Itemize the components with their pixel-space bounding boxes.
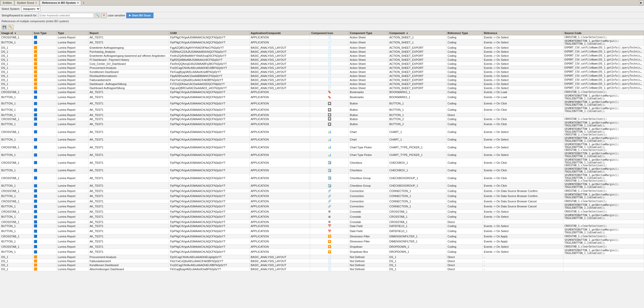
table-cell: BUTTON_1 — [0, 183, 33, 189]
tab-system-scout[interactable]: System Scout ✕ — [15, 0, 39, 5]
col-component-icon[interactable]: Component Icon — [310, 31, 349, 35]
table-cell: APPLICATION — [249, 100, 310, 107]
table-cell: Coding — [446, 203, 483, 210]
table-row[interactable]: DS_1🟧Lumira ReportCost_Center_GV_Dashboa… — [0, 62, 644, 66]
table-cell: Events -> On Select — [483, 143, 563, 152]
table-cell: APPLICATION — [249, 238, 310, 245]
table-row[interactable]: DS_1🟧Lumira ReportFakturaiebersichtFksrY… — [0, 78, 644, 82]
table-row[interactable]: DS_1🟧Lumira ReportProcurement AnalysisFn… — [0, 66, 644, 70]
table-row[interactable]: BUTTON_1🟦Lumira ReportAK_TEST1FjsPNgC4Vg… — [0, 136, 644, 143]
table-row[interactable]: BUTTON_1🟦Lumira ReportAK_TEST1FjsPNgC4Vg… — [0, 94, 644, 100]
search-input[interactable] — [38, 13, 94, 18]
table-cell: FksrYwCoQ6sA81cAAACK4k0BFN2p0zYT — [169, 259, 250, 263]
table-row[interactable]: CROSSTAB_1🟦Lumira ReportAK_TEST1FjsPNgC4… — [0, 90, 644, 94]
table-row[interactable]: BUTTON_1🟦Lumira ReportAK_TEST1FjsPNgC4Vg… — [0, 121, 644, 127]
table-row[interactable]: BUTTON_1🟦Lumira ReportAK_TEST1FjsPNgC4Vg… — [0, 100, 644, 107]
search-clear-button[interactable]: ✕ — [101, 13, 107, 18]
table-row[interactable]: BUTTON_1🟦Lumira ReportAK_TEST1FjsPNgC4Vg… — [0, 203, 644, 210]
table-cell: - — [483, 263, 563, 267]
table-row[interactable]: CROSSTAB_1🟦Lumira ReportAK_TEST1FjsPNgC4… — [0, 174, 644, 183]
tab-system-scout-close[interactable]: ✕ — [35, 2, 37, 4]
table-cell: Events -> On Select — [483, 35, 563, 39]
table-row[interactable]: DS_1🟧Lumira ReportKonditionen DashboardF… — [0, 263, 644, 267]
system-select[interactable]: btaapserv — [21, 6, 40, 11]
table-row[interactable]: DS_1🟧Lumira ReportDashboard Auftragserfü… — [0, 86, 644, 90]
table-cell: FnzDCagCNVAcA81cAAADHEU0BFN2p0zYT — [169, 263, 250, 267]
table-cell: Coding — [446, 82, 483, 86]
table-row[interactable]: CROSSTAB_1🟦Lumira ReportAK_TEST1FjsPNgC4… — [0, 189, 644, 193]
table-row[interactable]: CROSSTAB_1🟦Lumira ReportAK_TEST1FjsPNgC4… — [0, 199, 644, 203]
col-usage-of[interactable]: Usage of ▼ — [0, 31, 33, 35]
table-row[interactable]: CROSSTAB_1🟦Lumira ReportAK_TEST1FjsPNgC4… — [0, 234, 644, 238]
table-cell: Button — [349, 107, 388, 113]
table-cell: Lumira Report — [57, 86, 88, 90]
table-cell: FjsPNgC4VgoAJGMAAAChLNQCFN2p0zYT — [169, 220, 250, 224]
table-cell: BUTTON_1 — [0, 152, 33, 158]
col-cuid[interactable]: CUID — [169, 31, 250, 35]
table-row[interactable]: CROSSTAB_1🟦Lumira ReportAK_TEST1FjsPNgC4… — [0, 220, 644, 224]
table-cell: Date Field — [349, 224, 388, 228]
col-icon-type[interactable]: Icon Type — [33, 31, 57, 35]
col-reference[interactable]: Reference — [483, 31, 563, 35]
table-row[interactable]: BUTTON_1🟦Lumira ReportAK_TEST1FjsPNgC4Vg… — [0, 39, 644, 46]
col-report[interactable]: Report — [88, 31, 169, 35]
tab-references-bo[interactable]: References in BO System ✕ — [40, 0, 81, 5]
table-cell: Chart — [349, 127, 388, 136]
tab-add-button[interactable]: + — [83, 1, 85, 5]
table-row[interactable]: BUTTON_1🟦Lumira ReportAK_TEST1FjsPNgC4Vg… — [0, 152, 644, 158]
table-row[interactable]: BUTTON_1🟦Lumira ReportAK_TEST1FjsPNgC4Vg… — [0, 107, 644, 113]
table-cell: Checkbox Group — [349, 174, 388, 183]
table-row[interactable]: BUTTON_1🟦Lumira ReportAK_TEST1FjsPNgC4Vg… — [0, 167, 644, 174]
table-cell: AK_TEST1 — [88, 183, 169, 189]
col-type[interactable]: Type — [57, 31, 88, 35]
table-row[interactable]: DS_1🟧Lumira ReportAbschreibungen Dashboa… — [0, 267, 644, 271]
tab-references-bo-close[interactable]: ✕ — [77, 2, 79, 4]
table-row[interactable]: DS_1🟧Lumira ReportProcurement AnalysisFj… — [0, 255, 644, 259]
col-component[interactable]: Component ▼ — [388, 31, 446, 35]
table-row[interactable]: DS_1🟧Lumira ReportDashboard - Auftragser… — [0, 82, 644, 86]
table-row[interactable]: DS_1🟧Lumira ReportFI Dashboard - Payment… — [0, 58, 644, 62]
table-row[interactable]: CROSSTAB_1🟦Lumira ReportAK_TEST1FjsPNgC4… — [0, 117, 644, 121]
table-cell: SEGMENTEDBUTTON_1.getBottomMargin(); TOG… — [563, 203, 644, 210]
table-row[interactable]: CROSSTAB_1🟦Lumira ReportAK_TEST1FjsPNgC4… — [0, 210, 644, 214]
table-cell: 📄 — [310, 267, 349, 271]
table-row[interactable]: DS_1🟧Lumira ReportPurchasing_AnalysisFtZ… — [0, 50, 644, 54]
col-source-code[interactable]: Source Code — [563, 31, 644, 35]
col-component-type[interactable]: Component Type — [349, 31, 388, 35]
table-cell: Lumira Report — [57, 158, 88, 167]
table-row[interactable]: DS_1🟧Lumira ReportKonditionen DashboardF… — [0, 70, 644, 74]
table-container[interactable]: Usage of ▼ Icon Type Type Report CUID Ap… — [0, 31, 644, 308]
table-row[interactable]: DS_1🟧Lumira ReportErweiterter Auftragsei… — [0, 46, 644, 50]
table-row[interactable]: BUTTON_1🟦Lumira ReportAK_TEST1FjsPNgC4Vg… — [0, 214, 644, 220]
table-row[interactable]: BUTTON_1🟦Lumira ReportAK_TEST1FjsPNgC4Vg… — [0, 238, 644, 245]
table-row[interactable]: CROSSTAB_1🟦Lumira ReportAK_TEST1FjsPNgC4… — [0, 158, 644, 167]
table-row[interactable]: CROSSTAB_1🟦Lumira ReportAK_TEST1FjsPNgC4… — [0, 245, 644, 249]
expand-button[interactable]: ▶ — [639, 1, 643, 5]
table-cell: Lumira Report — [57, 66, 88, 70]
table-row[interactable]: BUTTON_1🟦Lumira ReportAK_TEST1FjsPNgC4Vg… — [0, 249, 644, 255]
table-cell: 🟦 — [33, 238, 57, 245]
table-row[interactable]: BUTTON_1🟦Lumira ReportAK_TEST1FjsPNgC4Vg… — [0, 228, 644, 234]
start-scan-button[interactable]: ▶ Start BO Scan — [126, 13, 153, 18]
search-confirm-button[interactable]: 🔍 — [95, 13, 100, 18]
table-row[interactable]: BUTTON_1🟦Lumira ReportAK_TEST1FjsPNgC4Vg… — [0, 183, 644, 189]
table-row[interactable]: BUTTON_1🟦Lumira ReportAK_TEST1FjsPNgC4Vg… — [0, 193, 644, 199]
table-row[interactable]: CROSSTAB_1🟦Lumira ReportAK_TEST1FjsPNgC4… — [0, 143, 644, 152]
table-row[interactable]: BUTTON_1🟦Lumira ReportAK_TEST1FjsPNgC4Vg… — [0, 113, 644, 117]
table-cell: 🟧 — [33, 54, 57, 58]
tab-entities[interactable]: Entities — [1, 0, 14, 5]
table-row[interactable]: DS_1🟧Lumira ReportRücklaufinformationenF… — [0, 74, 644, 78]
table-cell: 🔽 — [310, 234, 349, 238]
table-cell: BUTTON_1 — [0, 121, 33, 127]
table-cell: 🟦 — [33, 158, 57, 167]
edit-button[interactable]: ✏️ — [8, 25, 14, 30]
col-application[interactable]: Application/Composite — [249, 31, 310, 35]
table-row[interactable]: BUTTON_1🟦Lumira ReportAK_TEST1FjsPNgC4Vg… — [0, 224, 644, 228]
table-row[interactable]: DS_1🟧Lumira ReportErweiterter Auftragsei… — [0, 54, 644, 58]
col-reference-type[interactable]: Reference Type — [446, 31, 483, 35]
export-button[interactable]: 💾 — [2, 25, 7, 30]
table-cell: SEGMENTEDBUTTON_1.getBottomMargin(); TOG… — [563, 249, 644, 255]
table-row[interactable]: CROSSTAB_1🟦Lumira ReportAK_TEST1FjsPNgC4… — [0, 127, 644, 136]
table-row[interactable]: CROSSTAB_1🟦Lumira ReportAK_TEST1FjsPNgC4… — [0, 35, 644, 39]
table-row[interactable]: DS_1🟧Lumira ReportFakturaiebersichtFksrY… — [0, 259, 644, 263]
